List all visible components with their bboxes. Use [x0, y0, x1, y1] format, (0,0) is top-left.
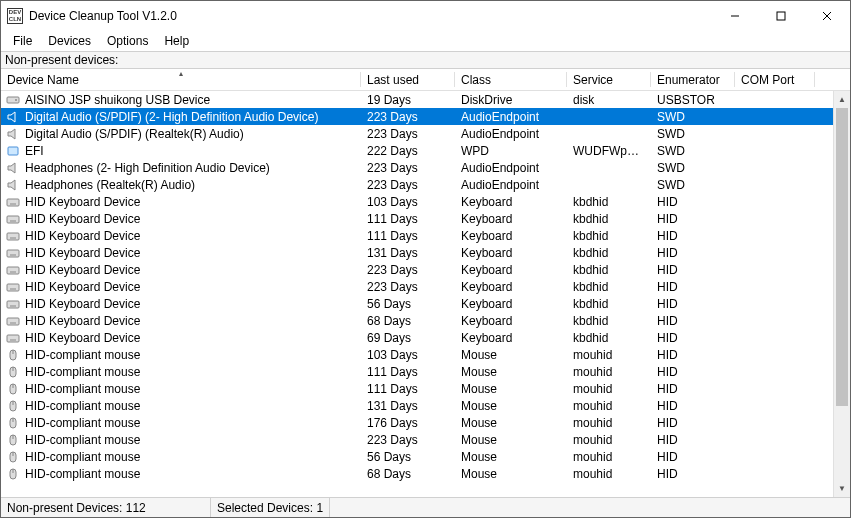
table-row[interactable]: HID Keyboard Device111 DaysKeyboardkbdhi…: [1, 227, 833, 244]
table-row[interactable]: Digital Audio (S/PDIF) (2- High Definiti…: [1, 108, 833, 125]
table-row[interactable]: Headphones (2- High Definition Audio Dev…: [1, 159, 833, 176]
device-service: kbdhid: [567, 331, 651, 345]
table-row[interactable]: HID-compliant mouse131 DaysMousemouhidHI…: [1, 397, 833, 414]
mouse-icon: [5, 450, 21, 464]
svg-rect-25: [7, 233, 19, 240]
menu-item-options[interactable]: Options: [99, 32, 156, 50]
statusbar: Non-present Devices: 112 Selected Device…: [1, 497, 850, 517]
table-row[interactable]: HID-compliant mouse68 DaysMousemouhidHID: [1, 465, 833, 482]
minimize-button[interactable]: [712, 1, 758, 31]
table-row[interactable]: HID-compliant mouse103 DaysMousemouhidHI…: [1, 346, 833, 363]
column-header-service[interactable]: Service: [567, 69, 651, 90]
maximize-button[interactable]: [758, 1, 804, 31]
device-class: Keyboard: [455, 263, 567, 277]
device-class: AudioEndpoint: [455, 178, 567, 192]
device-name: HID Keyboard Device: [25, 314, 140, 328]
svg-rect-4: [7, 97, 19, 103]
device-class: Keyboard: [455, 331, 567, 345]
table-row[interactable]: HID-compliant mouse111 DaysMousemouhidHI…: [1, 363, 833, 380]
svg-rect-32: [7, 250, 19, 257]
device-last-used: 131 Days: [361, 399, 455, 413]
device-enumerator: HID: [651, 365, 735, 379]
scroll-up-button[interactable]: ▲: [834, 91, 850, 108]
app-icon: DEV CLN: [7, 8, 23, 24]
svg-rect-8: [8, 147, 18, 155]
device-class: Keyboard: [455, 195, 567, 209]
table-row[interactable]: AISINO JSP shuikong USB Device19 DaysDis…: [1, 91, 833, 108]
device-class: Mouse: [455, 450, 567, 464]
app-window: DEV CLN Device Cleanup Tool V1.2.0 FileD…: [0, 0, 851, 518]
status-selected-count: Selected Devices: 1: [211, 498, 330, 517]
device-name: HID Keyboard Device: [25, 246, 140, 260]
mouse-icon: [5, 399, 21, 413]
device-enumerator: USBSTOR: [651, 93, 735, 107]
vertical-scrollbar[interactable]: ▲ ▼: [833, 91, 850, 497]
table-row[interactable]: HID-compliant mouse111 DaysMousemouhidHI…: [1, 380, 833, 397]
menu-item-file[interactable]: File: [5, 32, 40, 50]
column-header-last-used[interactable]: Last used: [361, 69, 455, 90]
device-class: AudioEndpoint: [455, 161, 567, 175]
column-header-name[interactable]: Device Name ▴: [1, 69, 361, 90]
generic-device-icon: [5, 144, 21, 158]
device-last-used: 56 Days: [361, 450, 455, 464]
device-class: AudioEndpoint: [455, 110, 567, 124]
column-header-enumerator[interactable]: Enumerator: [651, 69, 735, 90]
table-row[interactable]: EFI222 DaysWPDWUDFWpdFsSWD: [1, 142, 833, 159]
device-enumerator: HID: [651, 195, 735, 209]
table-row[interactable]: HID Keyboard Device223 DaysKeyboardkbdhi…: [1, 261, 833, 278]
device-enumerator: HID: [651, 348, 735, 362]
table-row[interactable]: HID Keyboard Device103 DaysKeyboardkbdhi…: [1, 193, 833, 210]
table-row[interactable]: HID Keyboard Device68 DaysKeyboardkbdhid…: [1, 312, 833, 329]
table-row[interactable]: HID Keyboard Device111 DaysKeyboardkbdhi…: [1, 210, 833, 227]
keyboard-icon: [5, 229, 21, 243]
device-enumerator: HID: [651, 212, 735, 226]
table-row[interactable]: HID-compliant mouse223 DaysMousemouhidHI…: [1, 431, 833, 448]
table-row[interactable]: Headphones (Realtek(R) Audio)223 DaysAud…: [1, 176, 833, 193]
device-rows: AISINO JSP shuikong USB Device19 DaysDis…: [1, 91, 833, 497]
table-row[interactable]: HID Keyboard Device131 DaysKeyboardkbdhi…: [1, 244, 833, 261]
svg-rect-67: [7, 335, 19, 342]
keyboard-icon: [5, 246, 21, 260]
scrollbar-track[interactable]: [834, 108, 850, 480]
device-last-used: 19 Days: [361, 93, 455, 107]
table-row[interactable]: HID-compliant mouse176 DaysMousemouhidHI…: [1, 414, 833, 431]
device-service: mouhid: [567, 433, 651, 447]
table-row[interactable]: Digital Audio (S/PDIF) (Realtek(R) Audio…: [1, 125, 833, 142]
window-title: Device Cleanup Tool V1.2.0: [29, 9, 712, 23]
device-enumerator: HID: [651, 280, 735, 294]
menu-item-devices[interactable]: Devices: [40, 32, 99, 50]
device-name: Headphones (2- High Definition Audio Dev…: [25, 161, 270, 175]
menu-item-help[interactable]: Help: [156, 32, 197, 50]
device-last-used: 223 Days: [361, 110, 455, 124]
mouse-icon: [5, 433, 21, 447]
device-service: mouhid: [567, 365, 651, 379]
device-class: Keyboard: [455, 297, 567, 311]
svg-rect-11: [7, 199, 19, 206]
table-row[interactable]: HID Keyboard Device223 DaysKeyboardkbdhi…: [1, 278, 833, 295]
scroll-down-button[interactable]: ▼: [834, 480, 850, 497]
device-name: Headphones (Realtek(R) Audio): [25, 178, 195, 192]
device-class: Mouse: [455, 399, 567, 413]
table-row[interactable]: HID Keyboard Device56 DaysKeyboardkbdhid…: [1, 295, 833, 312]
device-name: AISINO JSP shuikong USB Device: [25, 93, 210, 107]
close-button[interactable]: [804, 1, 850, 31]
svg-rect-39: [7, 267, 19, 274]
column-header-com-port[interactable]: COM Port: [735, 69, 815, 90]
device-last-used: 131 Days: [361, 246, 455, 260]
device-class: Mouse: [455, 365, 567, 379]
keyboard-icon: [5, 331, 21, 345]
column-header-class[interactable]: Class: [455, 69, 567, 90]
device-name: HID Keyboard Device: [25, 280, 140, 294]
device-service: kbdhid: [567, 280, 651, 294]
titlebar: DEV CLN Device Cleanup Tool V1.2.0: [1, 1, 850, 31]
device-enumerator: HID: [651, 314, 735, 328]
table-row[interactable]: HID Keyboard Device69 DaysKeyboardkbdhid…: [1, 329, 833, 346]
column-headers: Device Name ▴ Last used Class Service En…: [1, 69, 850, 91]
device-enumerator: HID: [651, 382, 735, 396]
device-last-used: 111 Days: [361, 382, 455, 396]
scrollbar-thumb[interactable]: [836, 108, 848, 406]
table-row[interactable]: HID-compliant mouse56 DaysMousemouhidHID: [1, 448, 833, 465]
svg-rect-46: [7, 284, 19, 291]
device-last-used: 103 Days: [361, 348, 455, 362]
device-enumerator: SWD: [651, 127, 735, 141]
